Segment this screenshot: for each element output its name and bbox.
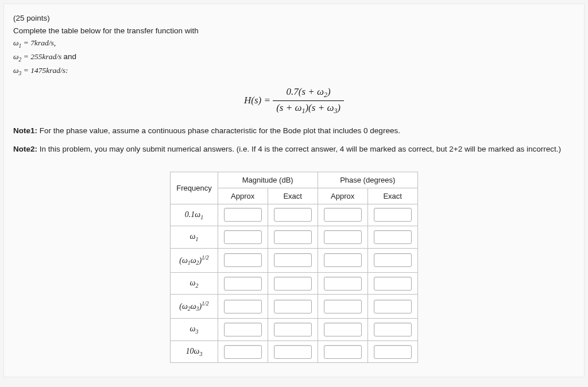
col-mag-approx: Approx	[218, 188, 268, 204]
phase-exact-input[interactable]	[374, 300, 412, 314]
phase-approx-input[interactable]	[324, 230, 362, 244]
table-row: (ω1ω2)1/2	[171, 249, 417, 272]
phase-approx-input[interactable]	[324, 345, 362, 359]
mag-exact-input[interactable]	[274, 230, 312, 244]
table-row: ω3	[171, 318, 417, 340]
table-body: 0.1ω1 ω1 (ω1ω2)1/2	[171, 204, 417, 363]
eq-denominator: (s + ω1)(s + ω3)	[273, 101, 344, 115]
answer-table-wrap: Frequency Magnitude (dB) Phase (degrees)…	[13, 172, 575, 363]
omega1-def: ω1 = 7krad/s,	[13, 37, 575, 51]
phase-approx-input[interactable]	[324, 277, 362, 291]
col-phase-exact: Exact	[368, 188, 417, 204]
note1: Note1: For the phase value, assume a con…	[13, 125, 575, 137]
freq-label: ω3	[171, 318, 218, 340]
col-mag-exact: Exact	[268, 188, 318, 204]
col-phase-header: Phase (degrees)	[318, 172, 417, 188]
phase-exact-input[interactable]	[374, 323, 412, 336]
phase-approx-input[interactable]	[324, 300, 362, 314]
phase-exact-input[interactable]	[374, 345, 412, 359]
mag-approx-input[interactable]	[224, 253, 262, 267]
eq-fraction: 0.7(s + ω2) (s + ω1)(s + ω3)	[273, 86, 344, 116]
col-frequency-header: Frequency	[171, 172, 218, 204]
note1-text: For the phase value, assume a continuous…	[37, 126, 400, 135]
mag-exact-input[interactable]	[274, 300, 312, 314]
table-row: (ω2ω3)1/2	[171, 295, 417, 318]
answer-table: Frequency Magnitude (dB) Phase (degrees)…	[170, 172, 417, 363]
col-phase-approx: Approx	[318, 188, 368, 204]
mag-approx-input[interactable]	[224, 277, 262, 291]
omega3-def: ω3 = 1475krad/s:	[13, 64, 575, 78]
table-row: 10ω3	[171, 340, 417, 363]
table-row: ω1	[171, 226, 417, 249]
eq-lhs: H(s) =	[244, 94, 273, 105]
mag-approx-input[interactable]	[224, 208, 262, 222]
mag-approx-input[interactable]	[224, 230, 262, 244]
points-line: (25 points)	[13, 12, 575, 25]
phase-approx-input[interactable]	[324, 323, 362, 336]
mag-exact-input[interactable]	[274, 323, 312, 336]
note1-label: Note1:	[13, 126, 37, 135]
phase-approx-input[interactable]	[324, 208, 362, 222]
phase-exact-input[interactable]	[374, 253, 412, 267]
mag-exact-input[interactable]	[274, 253, 312, 267]
mag-approx-input[interactable]	[224, 323, 262, 336]
col-magnitude-header: Magnitude (dB)	[218, 172, 318, 188]
mag-exact-input[interactable]	[274, 277, 312, 291]
phase-exact-input[interactable]	[374, 277, 412, 291]
freq-label: ω1	[171, 226, 218, 249]
note2: Note2: In this problem, you may only sub…	[13, 143, 575, 156]
note2-label: Note2:	[13, 145, 37, 153]
freq-label: (ω1ω2)1/2	[171, 249, 218, 272]
phase-exact-input[interactable]	[374, 230, 412, 244]
phase-exact-input[interactable]	[374, 208, 412, 222]
omega2-def: ω2 = 255krad/s and	[13, 51, 575, 64]
mag-approx-input[interactable]	[224, 300, 262, 314]
mag-exact-input[interactable]	[274, 345, 312, 359]
freq-label: 10ω3	[171, 340, 218, 363]
freq-label: ω2	[171, 272, 218, 295]
table-row: ω2	[171, 272, 417, 295]
freq-label: (ω2ω3)1/2	[171, 295, 218, 318]
note2-text: In this problem, you may only submit num…	[37, 145, 561, 153]
mag-exact-input[interactable]	[274, 208, 312, 222]
phase-approx-input[interactable]	[324, 253, 362, 267]
table-row: 0.1ω1	[171, 204, 417, 226]
problem-page: (25 points) Complete the table below for…	[3, 3, 585, 377]
mag-approx-input[interactable]	[224, 345, 262, 359]
prompt-line: Complete the table below for the transfe…	[13, 25, 575, 37]
eq-numerator: 0.7(s + ω2)	[273, 86, 344, 101]
transfer-function-equation: H(s) = 0.7(s + ω2) (s + ω1)(s + ω3)	[13, 86, 575, 116]
freq-label: 0.1ω1	[171, 204, 218, 226]
